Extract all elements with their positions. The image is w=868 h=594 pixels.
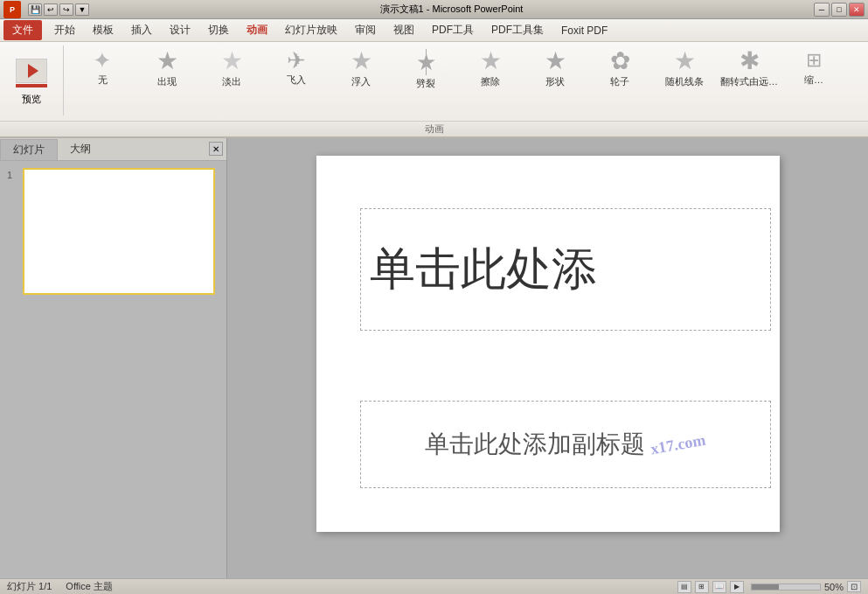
anim-split[interactable]: ★ 劈裂	[394, 45, 457, 94]
slide-sorter-btn[interactable]: ⊞	[695, 581, 709, 593]
anim-shape-label: 形状	[545, 75, 565, 88]
foxit-pdf-menu[interactable]: Foxit PDF	[552, 22, 616, 39]
tab-slides[interactable]: 幻灯片	[0, 139, 58, 160]
anim-float-label: 浮入	[351, 75, 371, 88]
anim-more[interactable]: ⊞ 缩…	[782, 45, 845, 94]
title-bar: P 💾 ↩ ↪ ▼ 演示文稿1 - Microsoft PowerPoint ─…	[0, 0, 868, 19]
preview-label: 预览	[22, 93, 41, 106]
customize-btn[interactable]: ▼	[75, 3, 89, 16]
design-menu[interactable]: 设计	[161, 20, 199, 40]
title-text: 单击此处添	[370, 239, 597, 300]
subtitle-text: 单击此处添加副标题 x17.com	[425, 428, 705, 461]
zoom-level: 50%	[824, 582, 844, 592]
anim-random[interactable]: ★ 随机线条	[653, 45, 716, 94]
switch-menu[interactable]: 切换	[199, 20, 238, 40]
title-placeholder[interactable]: 单击此处添	[360, 208, 771, 331]
anim-more-label: 缩…	[804, 73, 823, 87]
anim-wheel-label: 轮子	[610, 75, 629, 88]
anim-appear-label: 出现	[157, 75, 177, 88]
anim-fade-icon: ★	[221, 49, 243, 73]
anim-wipe-icon: ★	[480, 49, 502, 73]
window-title: 演示文稿1 - Microsoft PowerPoint	[89, 3, 814, 16]
anim-fade[interactable]: ★ 淡出	[200, 45, 263, 94]
watermark: x17.com	[649, 430, 706, 458]
undo-btn[interactable]: ↩	[44, 3, 58, 16]
anim-split-icon: ★	[413, 49, 439, 75]
panel-close-btn[interactable]: ✕	[209, 142, 223, 156]
anim-appear[interactable]: ★ 出现	[135, 45, 198, 94]
anim-wheel[interactable]: ✿ 轮子	[588, 45, 651, 94]
insert-menu[interactable]: 插入	[122, 20, 161, 40]
anim-flip[interactable]: ✱ 翻转式由远…	[718, 45, 781, 94]
slide-thumbnail-1	[23, 168, 215, 295]
pdf-tools-menu[interactable]: PDF工具	[423, 20, 483, 40]
tab-outline[interactable]: 大纲	[58, 139, 103, 159]
slide-list: 1	[0, 161, 226, 578]
canvas-area: 单击此处添 单击此处添加副标题 x17.com	[227, 138, 868, 578]
anim-shape[interactable]: ★ 形状	[524, 45, 587, 94]
slide-info: 幻灯片 1/1	[7, 580, 52, 593]
view-menu[interactable]: 视图	[385, 20, 423, 40]
anim-fade-label: 淡出	[222, 75, 241, 88]
powerpoint-logo: P	[3, 1, 21, 18]
quick-save-btn[interactable]: 💾	[28, 3, 42, 16]
file-menu[interactable]: 文件	[3, 20, 42, 40]
slide-panel-tabs: 幻灯片 大纲 ✕	[0, 138, 226, 161]
anim-split-label: 劈裂	[416, 77, 435, 90]
menu-bar: 文件 开始 模板 插入 设计 切换 动画 幻灯片放映 审阅 视图 PDF工具 P…	[0, 19, 868, 42]
anim-float-icon: ★	[351, 49, 372, 73]
anim-wheel-icon: ✿	[610, 49, 630, 73]
anim-appear-icon: ★	[156, 49, 178, 73]
anim-none-label: 无	[98, 73, 108, 87]
slide-canvas[interactable]: 单击此处添 单击此处添加副标题 x17.com	[316, 156, 780, 532]
anim-random-icon: ★	[674, 49, 696, 73]
anim-shape-icon: ★	[545, 49, 566, 73]
anim-none-icon: ✦	[93, 49, 112, 72]
preview-section: 预览	[7, 45, 64, 115]
anim-more-icon: ⊞	[806, 49, 822, 72]
slideshow-menu[interactable]: 幻灯片放映	[276, 20, 346, 40]
slide-panel: 幻灯片 大纲 ✕ 1	[0, 138, 227, 578]
review-menu[interactable]: 审阅	[346, 20, 385, 40]
anim-fly-icon: ✈	[287, 49, 306, 72]
anim-flip-label: 翻转式由远…	[720, 75, 778, 88]
slide-item-1[interactable]: 1	[7, 168, 219, 295]
app-logo: P 💾 ↩ ↪ ▼	[3, 1, 89, 18]
start-menu[interactable]: 开始	[45, 20, 84, 40]
slide-number-1: 1	[7, 168, 17, 295]
fit-btn[interactable]: ⊡	[847, 581, 861, 592]
anim-fly-label: 飞入	[287, 73, 306, 87]
preview-button[interactable]: 预览	[7, 52, 56, 109]
zoom-slider[interactable]	[751, 584, 821, 591]
anim-flip-icon: ✱	[740, 49, 760, 73]
close-btn[interactable]: ✕	[849, 3, 865, 17]
anim-random-label: 随机线条	[665, 75, 704, 88]
minimize-btn[interactable]: ─	[814, 3, 830, 17]
animation-effects: ✦ 无 ★ 出现 ★ 淡出 ✈ 飞入 ★ 浮入	[71, 45, 861, 94]
main-area: 幻灯片 大纲 ✕ 1 单击此处添 单击此处添加副标题 x17.com	[0, 138, 868, 578]
anim-wipe-label: 擦除	[481, 75, 500, 88]
template-menu[interactable]: 模板	[84, 20, 122, 40]
anim-float[interactable]: ★ 浮入	[330, 45, 392, 94]
theme-info: Office 主题	[66, 580, 113, 593]
subtitle-placeholder[interactable]: 单击此处添加副标题 x17.com	[360, 401, 771, 488]
reading-view-btn[interactable]: 📖	[712, 581, 726, 593]
status-bar: 幻灯片 1/1 Office 主题 ▤ ⊞ 📖 ▶ 50% ⊡	[0, 578, 868, 594]
anim-none[interactable]: ✦ 无	[71, 45, 134, 94]
anim-fly[interactable]: ✈ 飞入	[265, 45, 328, 94]
slideshow-btn[interactable]: ▶	[730, 581, 744, 593]
redo-btn[interactable]: ↪	[59, 3, 73, 16]
animation-menu[interactable]: 动画	[238, 20, 276, 40]
ribbon-section-label: 动画	[0, 121, 868, 136]
window-controls: ─ □ ✕	[814, 3, 865, 17]
ribbon-content: 预览 ✦ 无 ★ 出现 ★ 淡出 ✈ 飞入	[0, 42, 868, 121]
anim-wipe[interactable]: ★ 擦除	[459, 45, 522, 94]
pdf-toolset-menu[interactable]: PDF工具集	[483, 20, 552, 40]
maximize-btn[interactable]: □	[831, 3, 847, 17]
normal-view-btn[interactable]: ▤	[677, 581, 691, 593]
ribbon: 预览 ✦ 无 ★ 出现 ★ 淡出 ✈ 飞入	[0, 42, 868, 138]
